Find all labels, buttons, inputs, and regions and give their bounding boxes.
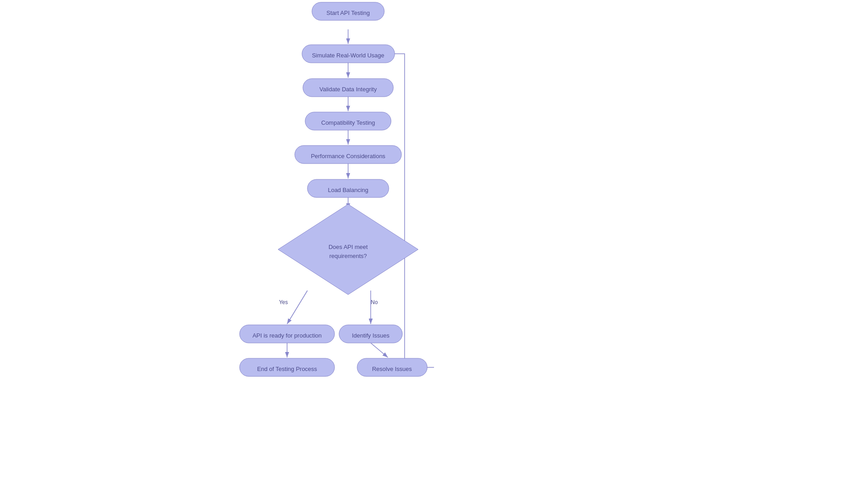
label-no: No bbox=[371, 299, 378, 305]
flowchart-svg: Start API Testing Simulate Real-World Us… bbox=[0, 0, 868, 488]
label-yes: Yes bbox=[279, 299, 288, 305]
label-decision-line2: requirements? bbox=[329, 253, 367, 259]
flowchart-container: Start API Testing Simulate Real-World Us… bbox=[0, 0, 868, 488]
label-compatibility: Compatibility Testing bbox=[321, 119, 375, 126]
label-loadbalancing: Load Balancing bbox=[328, 187, 368, 193]
label-start: Start API Testing bbox=[326, 9, 370, 16]
label-endtesting: End of Testing Process bbox=[257, 366, 317, 372]
arrow-resolve-loop bbox=[380, 54, 434, 367]
label-validate: Validate Data Integrity bbox=[320, 86, 377, 93]
label-performance: Performance Considerations bbox=[311, 153, 386, 160]
arrow-identify-resolve bbox=[371, 343, 388, 357]
label-resolve: Resolve Issues bbox=[372, 366, 412, 372]
label-simulate: Simulate Real-World Usage bbox=[312, 52, 384, 59]
label-identify: Identify Issues bbox=[352, 332, 390, 339]
label-ready: API is ready for production bbox=[252, 332, 321, 339]
arrow-decision-yes bbox=[287, 291, 307, 324]
label-decision-line1: Does API meet bbox=[329, 244, 368, 250]
